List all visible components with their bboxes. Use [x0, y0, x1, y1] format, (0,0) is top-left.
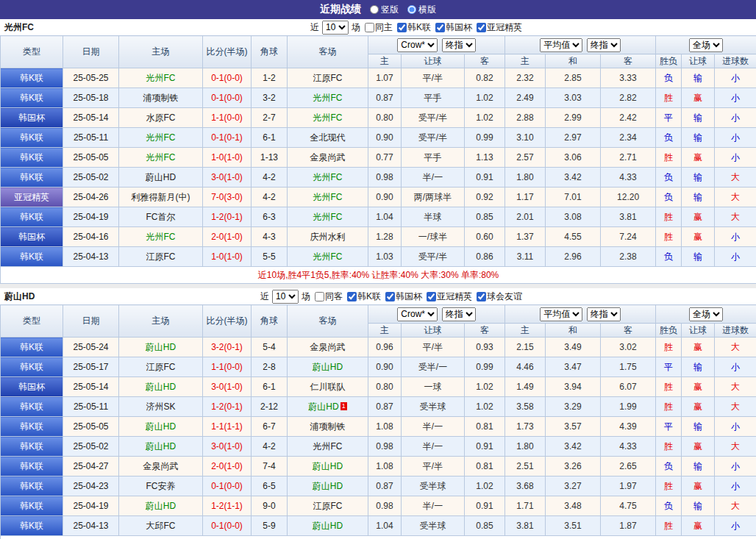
league-checkbox[interactable]: [435, 23, 445, 32]
team-section-1: 光州FC 近 10 场 同主 韩K联 韩国杯: [0, 19, 756, 284]
same-venue-checkbox[interactable]: [315, 292, 324, 301]
goals-result-cell: 大: [715, 496, 756, 516]
league-filter-acl-elite[interactable]: 亚冠精英: [477, 21, 522, 34]
score-cell: 1-1(0-0): [203, 108, 252, 128]
avg-draw-odds-cell: 3.08: [546, 207, 601, 227]
league-filter-korean-cup[interactable]: 韩国杯: [385, 290, 422, 303]
score-cell: 1-1(1-1): [203, 417, 252, 437]
league-checkbox[interactable]: [477, 292, 486, 301]
goals-result-cell: 大: [715, 437, 756, 457]
match-count-select[interactable]: 10: [272, 290, 299, 304]
odds-stage-select[interactable]: 终指: [442, 38, 476, 52]
home-team-cell: 浦项制铁: [119, 88, 203, 108]
bookmaker-select[interactable]: Crow*: [397, 307, 438, 321]
league-label: 韩K联: [357, 290, 381, 303]
layout-option-vertical[interactable]: 竖版: [370, 4, 399, 16]
avg-away-odds-cell: 4.33: [601, 168, 656, 188]
avg-home-odds-cell: 2.57: [505, 148, 546, 168]
avg-home-odds-cell: 1.71: [505, 496, 546, 516]
away-team-cell: 光州FC: [288, 108, 368, 128]
handicap-line-cell: 半/一: [402, 168, 465, 188]
league-filter-kleague[interactable]: 韩K联: [397, 21, 431, 34]
league-filter-club-friendly[interactable]: 球会友谊: [477, 290, 522, 303]
handicap-away-odds-cell: 0.60: [465, 227, 505, 247]
goals-result-cell: 小: [715, 457, 756, 476]
col-header-type: 类型: [1, 305, 63, 338]
unit-label: 场: [302, 290, 310, 303]
col-header-away: 客场: [288, 36, 368, 68]
league-filter-acl-elite[interactable]: 亚冠精英: [427, 290, 472, 303]
avg-home-odds-cell: 1.49: [505, 377, 546, 397]
scope-select[interactable]: 全场: [689, 307, 723, 321]
handicap-home-odds-cell: 0.98: [368, 168, 402, 188]
handicap-away-odds-cell: 0.91: [465, 168, 505, 188]
col-header-corner: 角球: [252, 36, 288, 68]
handicap-away-odds-cell: 0.91: [465, 437, 505, 457]
match-row: 韩K联25-05-02蔚山HD3-0(1-0)4-2光州FC0.98半/一0.9…: [1, 168, 756, 188]
vertical-layout-radio[interactable]: [370, 5, 379, 14]
handicap-away-odds-cell: 0.81: [465, 457, 505, 476]
average-odds-group-header: 平均值 终指: [505, 36, 656, 54]
same-venue-checkbox[interactable]: [365, 23, 374, 32]
horizontal-layout-radio[interactable]: [407, 5, 416, 14]
handicap-line-cell: 受半/一: [402, 357, 465, 377]
section-header-1: 光州FC 近 10 场 同主 韩K联 韩国杯: [0, 19, 756, 35]
handicap-result-cell: 输: [682, 457, 715, 476]
avg-stage-select[interactable]: 终指: [587, 38, 621, 52]
league-checkbox[interactable]: [385, 292, 395, 301]
date-cell: 25-05-05: [63, 148, 119, 168]
home-team-cell: 光州FC: [119, 128, 203, 148]
avg-source-select[interactable]: 平均值: [540, 38, 582, 52]
avg-away-odds-cell: 2.65: [601, 457, 656, 476]
handicap-result-cell: 输: [682, 68, 715, 88]
league-filter-kleague[interactable]: 韩K联: [347, 290, 381, 303]
same-venue-filter[interactable]: 同主: [365, 21, 393, 34]
handicap-home-odds-cell: 0.80: [368, 377, 402, 397]
match-result-cell: 胜: [656, 207, 682, 227]
goals-result-cell: 小: [715, 68, 756, 88]
odds-stage-select[interactable]: 终指: [442, 307, 476, 321]
date-cell: 25-04-27: [63, 457, 119, 476]
league-checkbox[interactable]: [427, 292, 436, 301]
home-team-cell: 蔚山HD: [119, 338, 203, 357]
handicap-result-cell: 输: [682, 247, 715, 267]
league-filter-korean-cup[interactable]: 韩国杯: [435, 21, 472, 34]
corner-score-cell: 4-2: [252, 437, 288, 457]
away-team-cell: 全北现代: [288, 128, 368, 148]
near-label: 近: [260, 290, 269, 303]
league-checkbox[interactable]: [397, 23, 407, 32]
handicap-line-cell: 受平/半: [402, 247, 465, 267]
avg-away-odds-cell: 2.42: [601, 108, 656, 128]
home-team-cell: 蔚山HD: [119, 496, 203, 516]
col-header-avg-away: 客: [601, 324, 656, 338]
col-header-home: 主场: [119, 305, 203, 338]
handicap-line-cell: 平手: [402, 88, 465, 108]
matches-table-1: 类型 日期 主场 比分(半场) 角球 客场 Crow* 终指 平均值 终指: [0, 35, 756, 284]
date-cell: 25-04-16: [63, 227, 119, 247]
league-checkbox[interactable]: [347, 292, 357, 301]
avg-draw-odds-cell: 2.97: [546, 128, 601, 148]
handicap-line-cell: 受半球: [402, 397, 465, 417]
avg-away-odds-cell: 4.39: [601, 417, 656, 437]
scope-select[interactable]: 全场: [689, 38, 723, 52]
handicap-home-odds-cell: 1.08: [368, 457, 402, 476]
match-row: 韩K联25-05-25光州FC0-1(0-0)1-2江原FC1.07平/半0.8…: [1, 68, 756, 88]
layout-option-horizontal[interactable]: 横版: [407, 4, 436, 16]
match-result-cell: 负: [656, 68, 682, 88]
handicap-home-odds-cell: 1.08: [368, 417, 402, 437]
score-cell: 3-0(1-0): [203, 377, 252, 397]
corner-score-cell: 9-0: [252, 496, 288, 516]
away-team-cell: 光州FC: [288, 168, 368, 188]
league-checkbox[interactable]: [477, 23, 486, 32]
handicap-result-cell: 赢: [682, 437, 715, 457]
bookmaker-select[interactable]: Crow*: [397, 38, 438, 52]
away-team-cell: 光州FC: [288, 207, 368, 227]
date-cell: 25-05-05: [63, 417, 119, 437]
avg-source-select[interactable]: 平均值: [540, 307, 582, 321]
league-label: 韩国杯: [396, 290, 422, 303]
match-count-select[interactable]: 10: [322, 21, 349, 35]
same-venue-filter[interactable]: 同客: [315, 290, 343, 303]
avg-away-odds-cell: 2.38: [601, 247, 656, 267]
avg-stage-select[interactable]: 终指: [587, 307, 621, 321]
col-header-date: 日期: [63, 36, 119, 68]
